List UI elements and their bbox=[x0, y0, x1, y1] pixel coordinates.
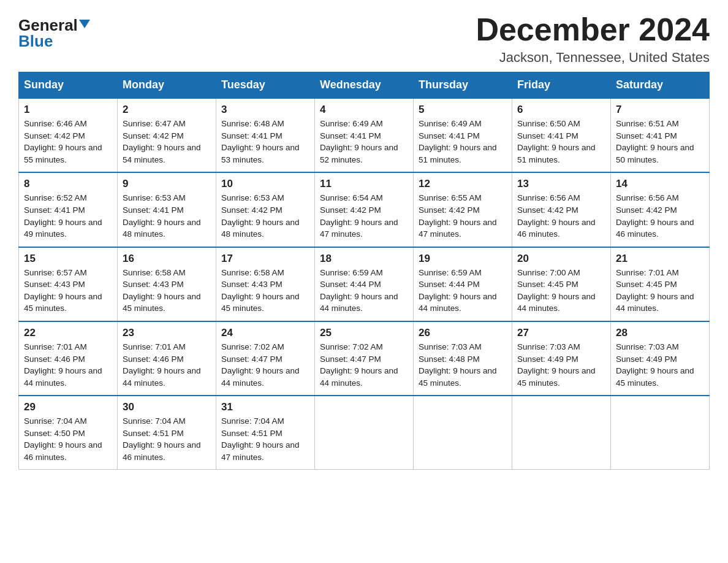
calendar-cell bbox=[414, 396, 512, 470]
day-number: 30 bbox=[123, 401, 211, 413]
day-number: 10 bbox=[221, 178, 309, 190]
title-section: December 2024 Jackson, Tennessee, United… bbox=[476, 12, 710, 66]
day-info: Sunrise: 7:01 AMSunset: 4:46 PMDaylight:… bbox=[123, 341, 211, 389]
weekday-header-thursday: Thursday bbox=[414, 72, 512, 99]
day-info: Sunrise: 6:53 AMSunset: 4:41 PMDaylight:… bbox=[123, 192, 211, 240]
calendar-week-4: 22Sunrise: 7:01 AMSunset: 4:46 PMDayligh… bbox=[19, 321, 710, 396]
calendar-cell: 14Sunrise: 6:56 AMSunset: 4:42 PMDayligh… bbox=[611, 172, 710, 247]
day-info: Sunrise: 7:03 AMSunset: 4:49 PMDaylight:… bbox=[616, 341, 704, 389]
calendar-cell bbox=[512, 396, 611, 470]
day-info: Sunrise: 6:54 AMSunset: 4:42 PMDaylight:… bbox=[320, 192, 408, 240]
calendar-cell: 19Sunrise: 6:59 AMSunset: 4:44 PMDayligh… bbox=[414, 247, 512, 321]
day-number: 1 bbox=[24, 104, 112, 116]
calendar-week-3: 15Sunrise: 6:57 AMSunset: 4:43 PMDayligh… bbox=[19, 247, 710, 321]
calendar-cell: 13Sunrise: 6:56 AMSunset: 4:42 PMDayligh… bbox=[512, 172, 611, 247]
weekday-header-sunday: Sunday bbox=[19, 72, 118, 99]
day-info: Sunrise: 7:00 AMSunset: 4:45 PMDaylight:… bbox=[517, 267, 605, 315]
calendar-cell: 31Sunrise: 7:04 AMSunset: 4:51 PMDayligh… bbox=[216, 396, 315, 470]
day-number: 27 bbox=[517, 327, 605, 339]
day-info: Sunrise: 6:59 AMSunset: 4:44 PMDaylight:… bbox=[320, 267, 408, 315]
day-info: Sunrise: 6:47 AMSunset: 4:42 PMDaylight:… bbox=[123, 118, 211, 166]
weekday-header-monday: Monday bbox=[118, 72, 216, 99]
calendar-week-1: 1Sunrise: 6:46 AMSunset: 4:42 PMDaylight… bbox=[19, 98, 710, 172]
logo-text: General bbox=[18, 17, 90, 33]
day-number: 3 bbox=[221, 104, 309, 116]
location: Jackson, Tennessee, United States bbox=[476, 50, 710, 66]
day-info: Sunrise: 6:56 AMSunset: 4:42 PMDaylight:… bbox=[616, 192, 704, 240]
calendar-cell: 9Sunrise: 6:53 AMSunset: 4:41 PMDaylight… bbox=[118, 172, 216, 247]
day-number: 25 bbox=[320, 327, 408, 339]
calendar-cell: 6Sunrise: 6:50 AMSunset: 4:41 PMDaylight… bbox=[512, 98, 611, 172]
day-info: Sunrise: 6:53 AMSunset: 4:42 PMDaylight:… bbox=[221, 192, 309, 240]
day-number: 4 bbox=[320, 104, 408, 116]
calendar-cell: 4Sunrise: 6:49 AMSunset: 4:41 PMDaylight… bbox=[315, 98, 414, 172]
calendar-cell: 26Sunrise: 7:03 AMSunset: 4:48 PMDayligh… bbox=[414, 321, 512, 396]
day-number: 23 bbox=[123, 327, 211, 339]
weekday-header-friday: Friday bbox=[512, 72, 611, 99]
calendar-table: SundayMondayTuesdayWednesdayThursdayFrid… bbox=[18, 72, 710, 470]
calendar-cell: 17Sunrise: 6:58 AMSunset: 4:43 PMDayligh… bbox=[216, 247, 315, 321]
calendar-cell: 15Sunrise: 6:57 AMSunset: 4:43 PMDayligh… bbox=[19, 247, 118, 321]
calendar-week-5: 29Sunrise: 7:04 AMSunset: 4:50 PMDayligh… bbox=[19, 396, 710, 470]
day-number: 18 bbox=[320, 253, 408, 265]
logo-blue: Blue bbox=[18, 33, 53, 49]
calendar-cell: 30Sunrise: 7:04 AMSunset: 4:51 PMDayligh… bbox=[118, 396, 216, 470]
calendar-cell: 3Sunrise: 6:48 AMSunset: 4:41 PMDaylight… bbox=[216, 98, 315, 172]
day-number: 22 bbox=[24, 327, 112, 339]
day-info: Sunrise: 7:04 AMSunset: 4:50 PMDaylight:… bbox=[24, 415, 112, 463]
calendar-cell: 22Sunrise: 7:01 AMSunset: 4:46 PMDayligh… bbox=[19, 321, 118, 396]
calendar-cell: 1Sunrise: 6:46 AMSunset: 4:42 PMDaylight… bbox=[19, 98, 118, 172]
day-number: 24 bbox=[221, 327, 309, 339]
calendar-week-2: 8Sunrise: 6:52 AMSunset: 4:41 PMDaylight… bbox=[19, 172, 710, 247]
calendar-cell: 12Sunrise: 6:55 AMSunset: 4:42 PMDayligh… bbox=[414, 172, 512, 247]
day-number: 16 bbox=[123, 253, 211, 265]
day-number: 5 bbox=[419, 104, 507, 116]
day-info: Sunrise: 6:56 AMSunset: 4:42 PMDaylight:… bbox=[517, 192, 605, 240]
day-info: Sunrise: 7:01 AMSunset: 4:45 PMDaylight:… bbox=[616, 267, 704, 315]
calendar-cell: 24Sunrise: 7:02 AMSunset: 4:47 PMDayligh… bbox=[216, 321, 315, 396]
calendar-cell: 25Sunrise: 7:02 AMSunset: 4:47 PMDayligh… bbox=[315, 321, 414, 396]
calendar-cell bbox=[315, 396, 414, 470]
day-info: Sunrise: 6:49 AMSunset: 4:41 PMDaylight:… bbox=[320, 118, 408, 166]
day-number: 17 bbox=[221, 253, 309, 265]
calendar-cell: 21Sunrise: 7:01 AMSunset: 4:45 PMDayligh… bbox=[611, 247, 710, 321]
day-number: 9 bbox=[123, 178, 211, 190]
logo: General Blue bbox=[18, 17, 90, 49]
day-number: 13 bbox=[517, 178, 605, 190]
day-info: Sunrise: 7:03 AMSunset: 4:48 PMDaylight:… bbox=[419, 341, 507, 389]
day-number: 7 bbox=[616, 104, 704, 116]
day-number: 6 bbox=[517, 104, 605, 116]
day-info: Sunrise: 6:59 AMSunset: 4:44 PMDaylight:… bbox=[419, 267, 507, 315]
day-info: Sunrise: 7:01 AMSunset: 4:46 PMDaylight:… bbox=[24, 341, 112, 389]
calendar-cell: 7Sunrise: 6:51 AMSunset: 4:41 PMDaylight… bbox=[611, 98, 710, 172]
day-number: 8 bbox=[24, 178, 112, 190]
day-info: Sunrise: 6:58 AMSunset: 4:43 PMDaylight:… bbox=[123, 267, 211, 315]
weekday-header-tuesday: Tuesday bbox=[216, 72, 315, 99]
day-number: 31 bbox=[221, 401, 309, 413]
day-number: 11 bbox=[320, 178, 408, 190]
day-info: Sunrise: 6:46 AMSunset: 4:42 PMDaylight:… bbox=[24, 118, 112, 166]
day-info: Sunrise: 6:52 AMSunset: 4:41 PMDaylight:… bbox=[24, 192, 112, 240]
day-number: 29 bbox=[24, 401, 112, 413]
page-header: General Blue December 2024 Jackson, Tenn… bbox=[18, 12, 710, 66]
calendar-cell: 11Sunrise: 6:54 AMSunset: 4:42 PMDayligh… bbox=[315, 172, 414, 247]
day-info: Sunrise: 6:51 AMSunset: 4:41 PMDaylight:… bbox=[616, 118, 704, 166]
day-info: Sunrise: 7:04 AMSunset: 4:51 PMDaylight:… bbox=[123, 415, 211, 463]
calendar-cell: 29Sunrise: 7:04 AMSunset: 4:50 PMDayligh… bbox=[19, 396, 118, 470]
weekday-header-wednesday: Wednesday bbox=[315, 72, 414, 99]
day-info: Sunrise: 6:57 AMSunset: 4:43 PMDaylight:… bbox=[24, 267, 112, 315]
calendar-cell: 16Sunrise: 6:58 AMSunset: 4:43 PMDayligh… bbox=[118, 247, 216, 321]
day-info: Sunrise: 6:58 AMSunset: 4:43 PMDaylight:… bbox=[221, 267, 309, 315]
weekday-header-saturday: Saturday bbox=[611, 72, 710, 99]
month-title: December 2024 bbox=[476, 12, 710, 47]
day-number: 28 bbox=[616, 327, 704, 339]
day-info: Sunrise: 7:04 AMSunset: 4:51 PMDaylight:… bbox=[221, 415, 309, 463]
day-info: Sunrise: 6:49 AMSunset: 4:41 PMDaylight:… bbox=[419, 118, 507, 166]
calendar-cell: 2Sunrise: 6:47 AMSunset: 4:42 PMDaylight… bbox=[118, 98, 216, 172]
day-number: 15 bbox=[24, 253, 112, 265]
day-info: Sunrise: 6:50 AMSunset: 4:41 PMDaylight:… bbox=[517, 118, 605, 166]
calendar-cell bbox=[611, 396, 710, 470]
day-number: 26 bbox=[419, 327, 507, 339]
calendar-cell: 5Sunrise: 6:49 AMSunset: 4:41 PMDaylight… bbox=[414, 98, 512, 172]
calendar-cell: 23Sunrise: 7:01 AMSunset: 4:46 PMDayligh… bbox=[118, 321, 216, 396]
